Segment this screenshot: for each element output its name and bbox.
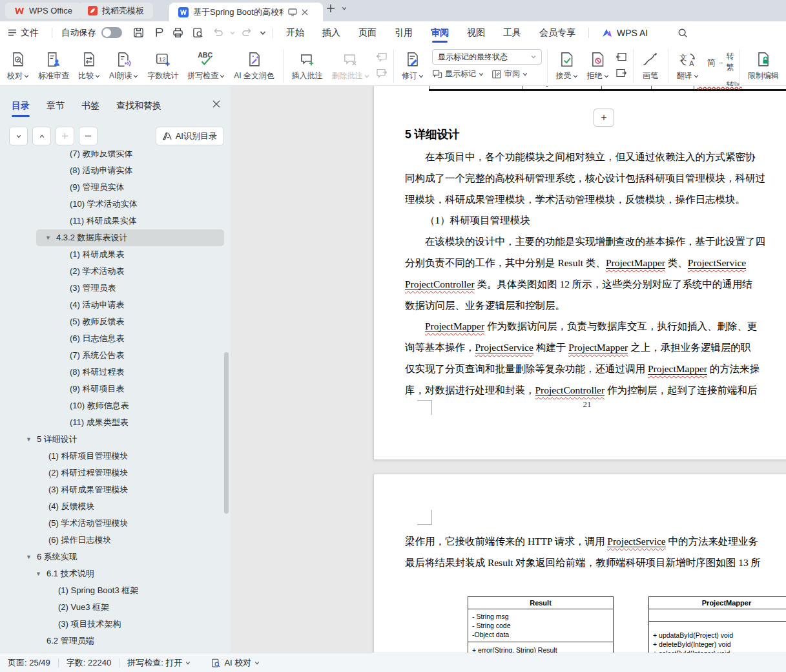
toc-item[interactable]: ▼ 4.3.2 数据库表设计 — [36, 229, 224, 246]
toc-item[interactable]: (2) 科研过程管理模块 — [0, 465, 231, 481]
review-pane-button[interactable]: 审阅 — [491, 68, 528, 79]
toc-item[interactable]: (10) 教师信息表 — [0, 397, 231, 414]
sidebar-tab[interactable]: 查找和替换 — [116, 100, 161, 117]
close-tab-icon[interactable] — [302, 9, 308, 16]
redo-button[interactable] — [237, 28, 257, 37]
accept-button[interactable]: 接受 — [553, 49, 581, 83]
toc-item[interactable]: ▼ 5 详细设计 — [0, 431, 231, 448]
toc-item[interactable]: ▼ 6.1 技术说明 — [0, 565, 231, 582]
ink-brush-button[interactable]: 画笔 — [638, 49, 663, 83]
toc-item[interactable]: (10) 学术活动实体 — [0, 196, 231, 213]
toc-item[interactable]: (9) 科研项目表 — [0, 381, 231, 397]
expand-all-button[interactable] — [32, 127, 51, 145]
print-preview-button[interactable] — [188, 27, 208, 38]
toc-expand-arrow-icon[interactable]: ▼ — [26, 549, 37, 565]
table-cell[interactable]: varchar(255) — [694, 86, 786, 89]
spell-check-button[interactable]: ABC 拼写检查 — [184, 49, 228, 83]
undo-history-chevron-icon[interactable] — [228, 30, 237, 36]
reject-button[interactable]: 拒绝 — [584, 49, 612, 83]
toc-item[interactable]: (4) 反馈模块 — [0, 498, 231, 515]
sidebar-scrollbar-thumb[interactable] — [224, 352, 229, 514]
ai-proofread-status[interactable]: AI 校对 — [203, 657, 267, 669]
tab-document[interactable]: 基于Spring Boot的高校科研 — [169, 3, 323, 21]
toc-item[interactable]: (7) 教师反馈实体 — [0, 151, 231, 162]
menu-item[interactable]: 插入 — [313, 21, 349, 44]
zoom-in-toc-button[interactable] — [56, 127, 74, 145]
toc-item[interactable]: ▼ 6 系统实现 — [0, 549, 231, 565]
new-tab-icon[interactable] — [326, 4, 335, 13]
tab-docer[interactable]: 找稻壳模板 — [79, 3, 153, 19]
toc-item[interactable]: (8) 科研过程表 — [0, 364, 231, 381]
to-traditional-button[interactable]: 简→ 转繁 — [707, 51, 734, 73]
markup-state-select[interactable]: 显示标记的最终状态 — [432, 49, 542, 65]
standard-review-button[interactable]: 标准审查 — [35, 49, 72, 83]
toolbar-more-chevron-icon[interactable] — [257, 30, 269, 36]
compare-button[interactable]: 比较 — [75, 49, 103, 83]
ai-read-aloud-button[interactable]: AI朗读 — [106, 49, 141, 83]
menu-item[interactable]: 页面 — [349, 21, 386, 44]
table-cell[interactable] — [651, 86, 694, 89]
menu-item[interactable]: 开始 — [277, 21, 313, 44]
toc-item[interactable]: (5) 教师反馈表 — [0, 313, 231, 330]
toc-item[interactable]: 6.2 管理员端 — [0, 633, 231, 649]
document-page-1[interactable]: 类型描述descriptionvarchar(255) + 5 详细设计 在本项… — [373, 86, 786, 460]
toc-item[interactable]: (1) 科研项目管理模块 — [0, 448, 231, 465]
wps-ai-button[interactable]: WPS AI — [593, 21, 657, 44]
word-count-indicator[interactable]: 字数: 22240 — [59, 657, 119, 669]
toc-item[interactable]: (2) Vue3 框架 — [0, 599, 231, 616]
table-cell[interactable]: 类型描述 — [429, 86, 522, 89]
menu-item[interactable]: 视图 — [458, 21, 494, 44]
toc-item[interactable]: (1) Spring Boot3 框架 — [0, 582, 231, 599]
menu-item[interactable]: 工具 — [494, 21, 530, 44]
collapse-all-button[interactable] — [9, 127, 28, 145]
toc-expand-arrow-icon[interactable]: ▼ — [26, 431, 37, 448]
toc-item[interactable]: (3) 科研成果管理模块 — [0, 481, 231, 498]
toc-item[interactable]: (1) 科研成果表 — [0, 246, 231, 263]
print-button[interactable] — [168, 27, 188, 38]
show-markup-button[interactable]: 显示标记 — [432, 68, 484, 79]
toc-item[interactable]: (8) 活动申请实体 — [0, 162, 231, 179]
file-menu[interactable]: 文件 — [0, 21, 48, 44]
insert-comment-button[interactable]: 插入批注 — [289, 49, 326, 83]
autosave-toggle[interactable] — [101, 27, 122, 38]
toc-item[interactable]: (6) 操作日志模块 — [0, 532, 231, 549]
toc-expand-arrow-icon[interactable]: ▼ — [36, 565, 47, 582]
next-change-button[interactable] — [615, 67, 628, 79]
menu-item[interactable]: 引用 — [386, 21, 422, 44]
toc-item[interactable]: (11) 成果类型表 — [0, 414, 231, 431]
toc-item[interactable]: (3) 项目技术架构 — [0, 616, 231, 633]
table-cell[interactable] — [601, 86, 651, 89]
tab-wps-home[interactable]: WPS Office — [5, 3, 81, 19]
menu-item[interactable]: 审阅 — [422, 21, 458, 44]
previous-comment-button[interactable] — [375, 50, 388, 63]
save-button[interactable] — [129, 27, 149, 38]
delete-comment-button[interactable]: 删除批注 — [329, 49, 373, 83]
zoom-out-toc-button[interactable] — [79, 127, 98, 145]
sidebar-tab[interactable]: 书签 — [81, 100, 99, 117]
proofread-button[interactable]: 校对 — [4, 49, 32, 83]
previous-change-button[interactable] — [615, 50, 628, 63]
restrict-editing-button[interactable]: 限制编辑 — [745, 49, 782, 83]
document-page-2[interactable]: 梁作用，它接收前端传来的 HTTP 请求，调用 ProjectService 中… — [373, 474, 786, 653]
search-button[interactable] — [668, 21, 697, 44]
toc-item[interactable]: (2) 学术活动表 — [0, 263, 231, 280]
track-changes-button[interactable]: 修订 — [398, 49, 427, 83]
toc-expand-arrow-icon[interactable]: ▼ — [45, 229, 56, 246]
ai-recognize-toc-button[interactable]: AI识别目录 — [156, 127, 224, 145]
tab-list-chevron-icon[interactable] — [342, 6, 347, 11]
word-count-button[interactable]: 12 字数统计 — [144, 49, 181, 83]
menu-item[interactable]: 会员专享 — [530, 21, 584, 44]
export-pdf-button[interactable] — [149, 27, 168, 38]
toc-item[interactable]: (3) 管理员表 — [0, 280, 231, 297]
table-add-row-button[interactable]: + — [594, 109, 614, 127]
sidebar-tab[interactable]: 章节 — [47, 100, 65, 117]
spellcheck-status[interactable]: 拼写检查: 打开 — [119, 657, 198, 669]
toc-item[interactable]: (4) 活动申请表 — [0, 297, 231, 313]
sidebar-tab[interactable]: 目录 — [12, 100, 30, 117]
toc-item[interactable]: (6) 日志信息表 — [0, 330, 231, 347]
toc-item[interactable]: (9) 管理员实体 — [0, 179, 231, 196]
sidebar-close-icon[interactable] — [212, 100, 220, 108]
toc-item[interactable]: (7) 系统公告表 — [0, 347, 231, 364]
table-cell[interactable]: description — [522, 86, 601, 89]
next-comment-button[interactable] — [375, 67, 388, 79]
